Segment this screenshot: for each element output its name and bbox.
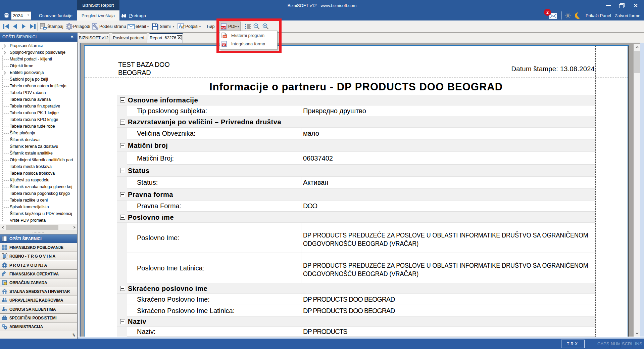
svg-text:A: A	[179, 24, 182, 29]
